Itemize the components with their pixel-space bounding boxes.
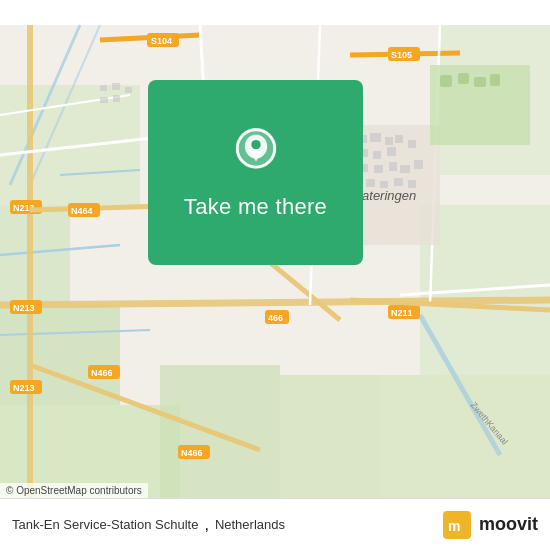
svg-rect-89 [458, 73, 469, 84]
svg-text:N213: N213 [13, 383, 35, 393]
svg-rect-79 [394, 178, 403, 186]
svg-text:S104: S104 [151, 36, 172, 46]
svg-text:m: m [448, 518, 460, 534]
svg-rect-85 [100, 97, 108, 103]
svg-text:N464: N464 [71, 206, 93, 216]
svg-rect-72 [400, 165, 410, 173]
copyright-text: © OpenStreetMap contributors [6, 485, 142, 496]
svg-text:466: 466 [268, 313, 283, 323]
copyright-bar: © OpenStreetMap contributors [0, 483, 148, 498]
location-pin-icon [228, 126, 284, 182]
svg-rect-90 [474, 77, 486, 87]
svg-rect-57 [385, 137, 393, 145]
location-separator: , [204, 516, 208, 534]
svg-rect-82 [100, 85, 107, 91]
location-info: Tank-En Service-Station Schulte , Nether… [12, 516, 285, 534]
bottom-bar: Tank-En Service-Station Schulte , Nether… [0, 498, 550, 550]
svg-rect-86 [113, 95, 120, 102]
svg-rect-84 [125, 87, 132, 93]
svg-point-95 [251, 140, 260, 149]
svg-rect-70 [374, 165, 383, 173]
svg-text:N213: N213 [13, 303, 35, 313]
svg-rect-63 [387, 147, 396, 156]
moovit-logo: m moovit [443, 511, 538, 539]
svg-rect-83 [112, 83, 120, 90]
svg-rect-65 [408, 140, 416, 148]
location-country: Netherlands [215, 517, 285, 532]
svg-text:N466: N466 [91, 368, 113, 378]
svg-rect-91 [490, 74, 500, 86]
svg-rect-78 [380, 181, 388, 188]
svg-text:N466: N466 [181, 448, 203, 458]
moovit-text: moovit [479, 514, 538, 535]
svg-rect-62 [373, 151, 381, 159]
svg-rect-56 [370, 133, 381, 142]
svg-rect-80 [408, 180, 416, 188]
svg-rect-77 [366, 179, 375, 187]
take-me-there-button[interactable]: Take me there [148, 80, 363, 265]
svg-rect-64 [395, 135, 403, 143]
svg-text:S105: S105 [391, 50, 412, 60]
take-me-there-label: Take me there [184, 194, 327, 220]
moovit-logo-icon: m [443, 511, 471, 539]
location-name: Tank-En Service-Station Schulte [12, 517, 198, 532]
svg-text:N211: N211 [391, 308, 413, 318]
svg-rect-1 [0, 85, 140, 205]
map-container: ZwethKanaal S104 S105 N211 N213 N213 N21… [0, 0, 550, 550]
svg-rect-71 [389, 162, 397, 171]
svg-rect-88 [440, 75, 452, 87]
svg-rect-73 [414, 160, 423, 169]
